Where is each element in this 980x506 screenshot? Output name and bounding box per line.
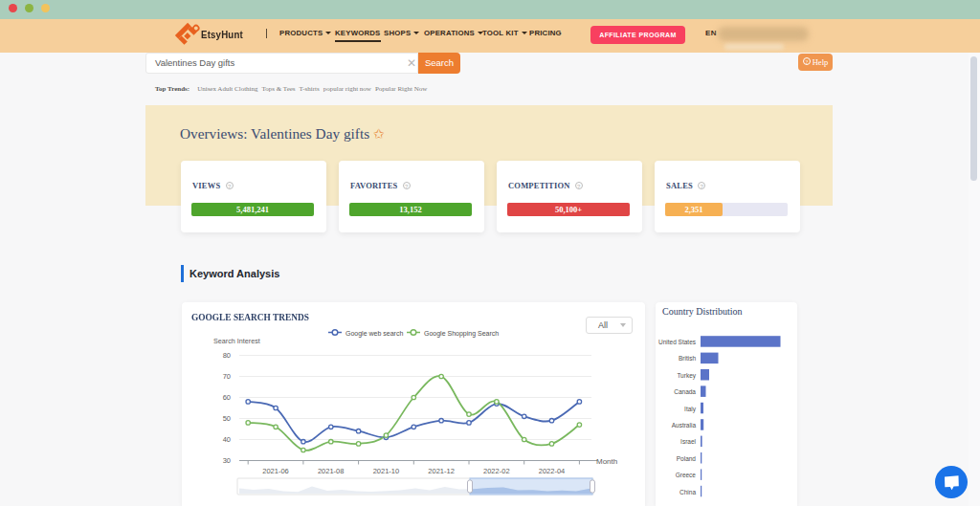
svg-text:Turkey: Turkey xyxy=(677,372,696,380)
svg-text:China: China xyxy=(679,489,696,495)
svg-text:2021-08: 2021-08 xyxy=(318,467,345,475)
svg-text:Google Shopping Search: Google Shopping Search xyxy=(424,330,499,338)
svg-text:2022-02: 2022-02 xyxy=(483,467,510,475)
svg-text:United States: United States xyxy=(658,339,697,345)
svg-text:50: 50 xyxy=(223,414,231,423)
svg-text:60: 60 xyxy=(223,393,231,402)
svg-text:40: 40 xyxy=(223,435,231,444)
svg-text:80: 80 xyxy=(223,351,231,360)
svg-text:Israel: Israel xyxy=(680,438,696,445)
svg-text:2022-04: 2022-04 xyxy=(539,467,566,475)
svg-text:Poland: Poland xyxy=(677,455,697,462)
svg-text:Italy: Italy xyxy=(684,406,697,413)
svg-text:Canada: Canada xyxy=(674,388,696,395)
svg-text:30: 30 xyxy=(223,456,231,465)
svg-text:Search Interest: Search Interest xyxy=(213,337,260,345)
svg-text:2021-06: 2021-06 xyxy=(262,467,289,475)
svg-text:Australia: Australia xyxy=(672,422,697,429)
svg-text:2021-10: 2021-10 xyxy=(373,467,400,475)
svg-text:Month: Month xyxy=(596,457,617,466)
svg-text:British: British xyxy=(679,355,696,362)
svg-text:Greece: Greece xyxy=(676,472,697,478)
svg-text:2021-12: 2021-12 xyxy=(428,467,455,475)
svg-text:70: 70 xyxy=(223,372,231,381)
svg-text:Google web search: Google web search xyxy=(345,330,403,338)
